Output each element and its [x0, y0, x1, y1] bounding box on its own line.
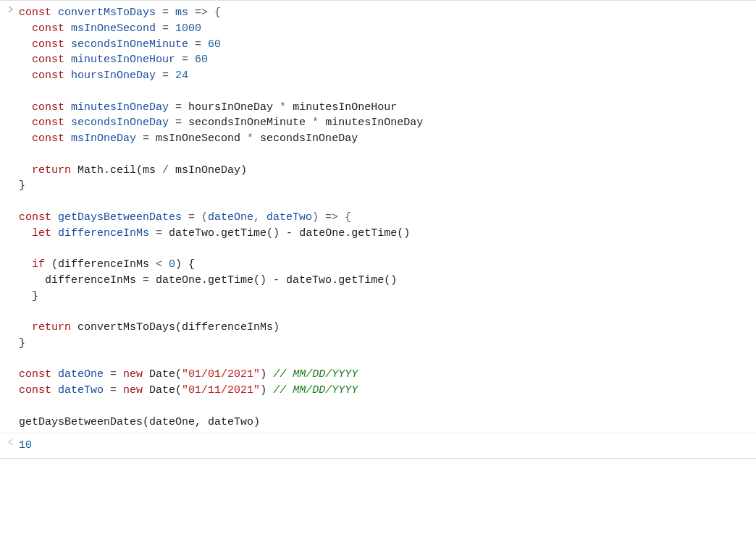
code-line: const minutesInOneHour = 60	[19, 52, 753, 68]
code-line: const dateOne = new Date("01/01/2021") /…	[19, 367, 753, 383]
code-line: }	[19, 289, 753, 305]
code-line: const dateTwo = new Date("01/11/2021") /…	[19, 383, 753, 399]
code-line	[19, 352, 753, 368]
output-prompt-icon	[3, 436, 19, 446]
code-line: if (differenceInMs < 0) {	[19, 257, 753, 273]
output-value: 10	[19, 436, 753, 455]
input-row[interactable]: const convertMsToDays = ms => { const ms…	[0, 4, 756, 431]
code-line: }	[19, 178, 753, 194]
code-line	[19, 84, 753, 100]
code-line	[19, 194, 753, 210]
code-line	[19, 399, 753, 415]
code-line: getDaysBetweenDates(dateOne, dateTwo)	[19, 415, 753, 431]
input-prompt-icon	[3, 4, 19, 13]
code-line	[19, 304, 753, 320]
code-line: }	[19, 336, 753, 352]
code-line: const hoursInOneDay = 24	[19, 68, 753, 84]
code-line: const secondsInOneMinute = 60	[19, 37, 753, 53]
code-line: const msInOneSecond = 1000	[19, 21, 753, 37]
code-input[interactable]: const convertMsToDays = ms => { const ms…	[19, 4, 753, 431]
code-line	[19, 147, 753, 163]
code-line: differenceInMs = dateOne.getTime() - dat…	[19, 273, 753, 289]
code-line: let differenceInMs = dateTwo.getTime() -…	[19, 226, 753, 242]
code-line: const secondsInOneDay = secondsInOneMinu…	[19, 115, 753, 131]
code-line	[19, 241, 753, 257]
code-line: const getDaysBetweenDates = (dateOne, da…	[19, 210, 753, 226]
code-line: const msInOneDay = msInOneSecond * secon…	[19, 131, 753, 147]
code-line: const minutesInOneDay = hoursInOneDay * …	[19, 100, 753, 116]
output-row: 10	[0, 433, 756, 455]
code-line: return convertMsToDays(differenceInMs)	[19, 320, 753, 336]
console-panel: const convertMsToDays = ms => { const ms…	[0, 0, 756, 459]
code-line: const convertMsToDays = ms => {	[19, 5, 753, 21]
code-line: return Math.ceil(ms / msInOneDay)	[19, 163, 753, 179]
